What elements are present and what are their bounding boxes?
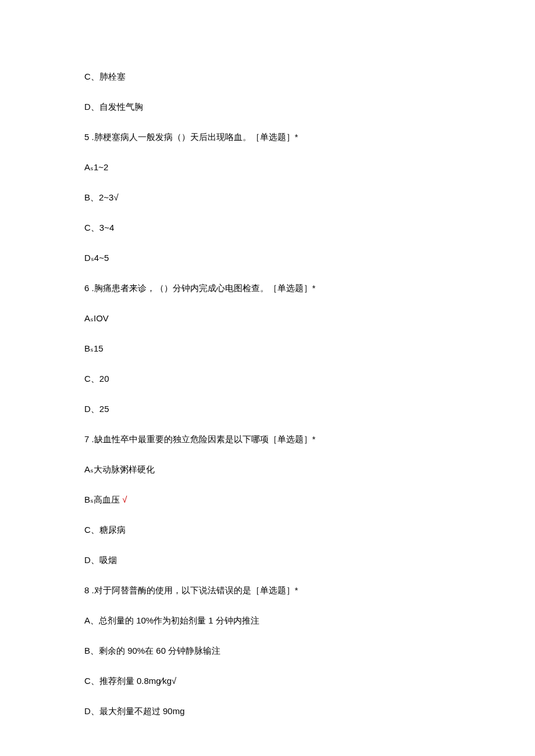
question-8-option-c: C、推荐剂量 0.8mg⁄kg√ xyxy=(84,674,451,688)
check-icon: √ xyxy=(122,495,127,504)
question-6: 6 .胸痛患者来诊，（）分钟内完成心电图检查。［单选题］* xyxy=(84,281,451,295)
question-7-option-a: Aₛ大动脉粥样硬化 xyxy=(84,463,451,476)
question-8-option-b: B、剩余的 90%在 60 分钟静脉输注 xyxy=(84,644,451,658)
option-d: D、自发性气胸 xyxy=(84,100,451,114)
option-text: Bₛ高血压 xyxy=(84,495,122,504)
question-5-option-d: Dₛ4~5 xyxy=(84,251,451,265)
question-5: 5 .肺梗塞病人一般发病（）天后出现咯血。［单选题］* xyxy=(84,130,451,144)
question-6-option-c: C、20 xyxy=(84,372,451,386)
question-7-option-c: C、糖尿病 xyxy=(84,523,451,537)
question-6-option-d: D、25 xyxy=(84,402,451,416)
question-7-option-b: Bₛ高血压 √ xyxy=(84,493,451,507)
question-5-option-c: C、3~4 xyxy=(84,221,451,235)
question-8: 8 .对于阿替普酶的使用，以下说法错误的是［单选题］* xyxy=(84,583,451,597)
question-5-option-b: B、2~3√ xyxy=(84,191,451,205)
question-8-option-a: A、总剂量的 10%作为初始剂量 1 分钟内推注 xyxy=(84,614,451,628)
question-6-option-a: AₛIOV xyxy=(84,311,451,325)
option-c: C、肺栓塞 xyxy=(84,70,451,84)
question-7: 7 .缺血性卒中最重要的独立危险因素是以下哪项［单选题］* xyxy=(84,432,451,446)
question-7-option-d: D、吸烟 xyxy=(84,553,451,567)
question-8-option-d: D、最大剂量不超过 90mg xyxy=(84,704,451,718)
question-5-option-a: Aₛ1~2 xyxy=(84,160,451,174)
question-6-option-b: Bₛ15 xyxy=(84,342,451,356)
